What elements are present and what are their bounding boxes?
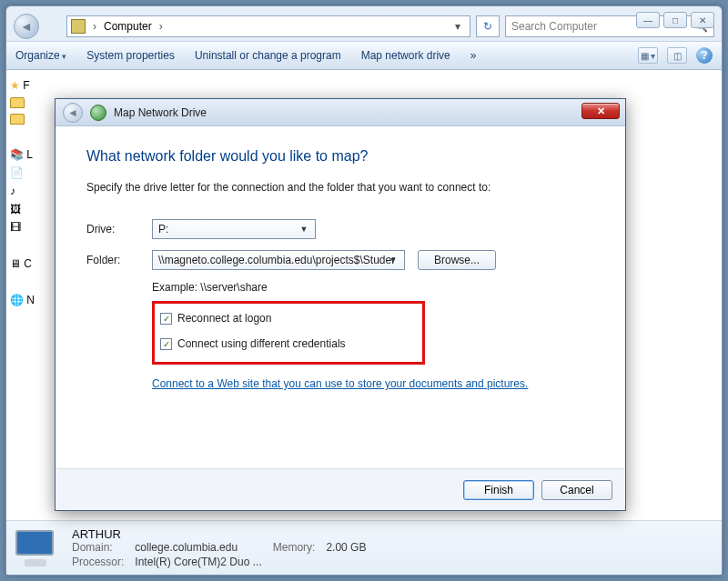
back-icon[interactable]: ◄ [14,14,39,39]
drive-label: Drive: [86,223,152,235]
dialog-subtext: Specify the drive letter for the connect… [86,181,594,194]
window-controls: — □ ✕ [636,12,714,28]
organize-menu[interactable]: Organize [15,49,66,62]
sidebar-libraries[interactable]: 📚 L [10,148,39,161]
folder-label: Folder: [86,254,152,266]
uninstall-program-button[interactable]: Uninstall or change a program [195,49,341,62]
navigation-pane: ★ F 📚 L 📄 ♪ 🖼 🎞 🖥 C 🌐 N [6,70,43,520]
dialog-back-icon[interactable]: ◄ [63,103,83,123]
computer-name: ARTHUR [72,527,366,541]
address-bar[interactable]: › Computer › ▾ [66,15,470,37]
view-options-icon[interactable]: ▦ ▾ [638,47,658,64]
help-icon[interactable]: ? [696,47,713,64]
connect-website-link[interactable]: Connect to a Web site that you can use t… [152,377,528,390]
videos-icon[interactable]: 🎞 [10,221,39,234]
dialog-body: What network folder would you like to ma… [56,126,625,468]
sidebar-network[interactable]: 🌐 N [10,294,39,306]
dialog-heading: What network folder would you like to ma… [86,148,594,165]
folder-combobox[interactable]: \\magneto.college.columbia.edu\projects$… [152,250,405,270]
folder-value: \\magneto.college.columbia.edu\projects$… [158,254,395,266]
memory-value: 2.00 GB [326,541,366,554]
cancel-button[interactable]: Cancel [541,480,612,500]
example-text: Example: \\server\share [152,281,594,294]
nav-back-forward[interactable]: ◄ ► [14,13,61,40]
computer-icon [71,19,86,34]
map-network-drive-button[interactable]: Map network drive [361,49,450,62]
drive-value: P: [158,223,168,235]
domain-label: Domain: [72,541,124,554]
breadcrumb-computer[interactable]: Computer [104,20,152,33]
close-window-button[interactable]: ✕ [691,12,714,28]
music-icon[interactable]: ♪ [10,185,39,197]
system-properties-button[interactable]: System properties [86,49,175,62]
preview-pane-icon[interactable]: ◫ [667,47,687,64]
sidebar-favorites[interactable]: ★ F [10,79,39,92]
dialog-close-button[interactable]: ✕ [581,103,620,119]
document-icon[interactable]: 📄 [10,166,39,179]
reconnect-checkbox[interactable]: ✓ [160,313,172,325]
minimize-button[interactable]: — [636,12,660,28]
chevron-down-icon: ▼ [297,222,311,236]
details-pane: ARTHUR Domain: college.columbia.edu Memo… [6,520,722,575]
processor-label: Processor: [72,556,124,568]
folder-icon[interactable] [10,97,25,108]
folder-icon[interactable] [10,114,25,125]
search-placeholder: Search Computer [511,20,597,33]
reconnect-label: Reconnect at logon [177,312,271,325]
browse-button[interactable]: Browse... [418,250,496,270]
different-credentials-checkbox[interactable]: ✓ [160,338,172,350]
dialog-footer: Finish Cancel [56,468,625,510]
drive-combobox[interactable]: P: ▼ [152,219,316,239]
different-credentials-label: Connect using different credentials [177,337,346,350]
dialog-title: Map Network Drive [114,106,207,119]
navigation-row: ◄ ► › Computer › ▾ ↻ Search Computer 🔍 [6,6,722,41]
breadcrumb-sep2: › [156,20,167,33]
dialog-titlebar[interactable]: ◄ Map Network Drive ✕ [56,99,625,126]
processor-value: Intel(R) Core(TM)2 Duo ... [135,556,261,568]
star-icon: ★ [10,79,20,92]
network-drive-icon [90,105,106,121]
map-network-drive-dialog: ◄ Map Network Drive ✕ What network folde… [55,98,626,511]
maximize-button[interactable]: □ [663,12,687,28]
breadcrumb-sep: › [89,20,100,33]
sidebar-computer[interactable]: 🖥 C [10,257,39,270]
computer-large-icon [15,530,59,566]
memory-label: Memory: [273,541,316,554]
highlighted-checkbox-group: ✓ Reconnect at logon ✓ Connect using dif… [152,301,425,365]
domain-value: college.columbia.edu [135,541,261,554]
toolbar-overflow[interactable]: » [470,49,477,62]
chevron-down-icon: ▼ [386,253,400,267]
refresh-button[interactable]: ↻ [476,15,500,37]
command-bar: Organize System properties Uninstall or … [6,41,722,70]
finish-button[interactable]: Finish [463,480,534,500]
address-dropdown-icon[interactable]: ▾ [450,20,466,33]
pictures-icon[interactable]: 🖼 [10,203,39,215]
